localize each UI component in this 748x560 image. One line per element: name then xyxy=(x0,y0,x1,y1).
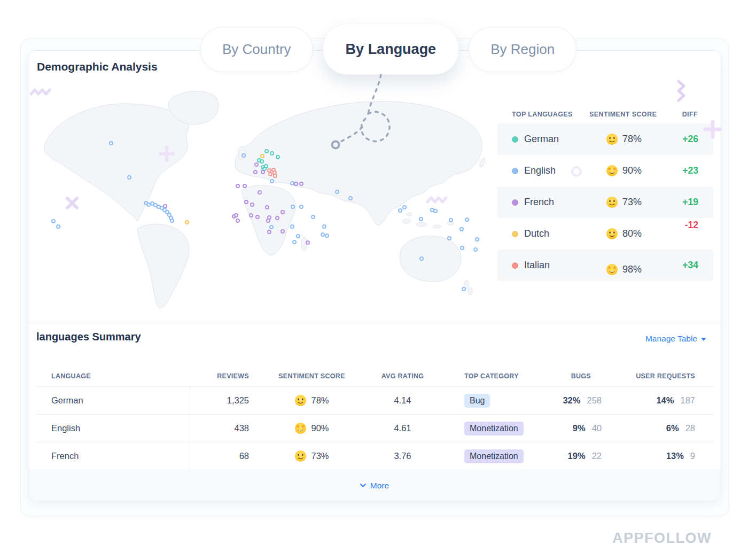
slightly-smiling-emoji-icon xyxy=(294,450,307,462)
map-marker-teal xyxy=(260,159,264,164)
map-marker-purple xyxy=(266,219,270,223)
cell-user-requests: 13%9 xyxy=(607,451,713,461)
tab-by-region[interactable]: By Region xyxy=(469,27,576,72)
map-marker-purple xyxy=(243,184,247,188)
map-marker-blue xyxy=(419,217,423,221)
col-sentiment-score: SENTIMENT SCORE xyxy=(589,111,675,118)
sentiment-score: 80% xyxy=(606,228,676,240)
map-marker-blue xyxy=(402,205,407,209)
map-marker-blue xyxy=(419,256,424,261)
more-button[interactable]: More xyxy=(360,481,389,491)
map-marker-blue xyxy=(460,246,464,250)
language-label: English xyxy=(497,165,606,176)
map-marker-blue xyxy=(321,232,325,237)
map-marker-blue xyxy=(291,205,295,209)
map-marker-teal xyxy=(276,155,280,159)
map-marker-red xyxy=(268,172,272,176)
map-marker-purple xyxy=(306,240,310,245)
cell-sentiment: 90% xyxy=(249,422,353,434)
slightly-smiling-emoji-icon xyxy=(606,196,618,208)
summary-col-sentiment-score: SENTIMENT SCORE xyxy=(249,372,353,380)
language-color-dot xyxy=(512,136,518,143)
map-marker-purple xyxy=(236,219,240,223)
col-top-languages: TOP LANGUAGES xyxy=(497,111,589,118)
category-badge: Monetization xyxy=(464,449,524,463)
map-marker-blue xyxy=(325,234,329,238)
map-marker-teal xyxy=(270,151,274,155)
cell-reviews: 68 xyxy=(190,451,249,461)
slightly-smiling-emoji-icon xyxy=(606,133,618,145)
cell-avg-rating: 3.76 xyxy=(353,451,431,461)
map-marker-purple xyxy=(236,184,240,188)
chevron-down-icon xyxy=(360,484,366,487)
map-marker-blue xyxy=(459,227,464,231)
map-marker-blue xyxy=(292,240,297,244)
cell-bugs: 19%22 xyxy=(529,451,607,461)
summary-col-reviews: REVIEWS xyxy=(190,372,249,380)
map-marker-blue xyxy=(269,225,274,229)
summary-title: languages Summary xyxy=(36,331,141,343)
summary-col-bugs: BUGS xyxy=(529,372,607,380)
cell-avg-rating: 4.14 xyxy=(353,395,431,406)
languages-summary-table: LANGUAGEREVIEWSSENTIMENT SCOREAVG RATING… xyxy=(36,369,713,470)
map-marker-blue xyxy=(348,196,353,200)
cell-top-category: Monetization xyxy=(431,449,529,463)
world-map-graphic xyxy=(33,83,492,318)
diff-value: -12 xyxy=(676,220,713,231)
top-languages-table: TOP LANGUAGES SENTIMENT SCORE DIFF Germa… xyxy=(497,111,713,281)
map-marker-purple xyxy=(250,203,254,207)
map-marker-blue xyxy=(299,205,303,209)
map-marker-blue xyxy=(465,217,469,222)
map-marker-purple xyxy=(267,230,271,234)
tab-by-language[interactable]: By Language xyxy=(323,24,459,75)
diff-value: +23 xyxy=(676,165,713,176)
chevron-down-icon xyxy=(701,338,706,341)
sentiment-score: 90% xyxy=(606,165,676,177)
star-struck-emoji-icon xyxy=(294,422,307,434)
map-marker-blue xyxy=(290,224,294,229)
sentiment-score: 98% xyxy=(606,263,676,276)
map-marker-blue xyxy=(433,209,438,213)
top-language-row-italian: Italian98%+34 xyxy=(497,250,713,281)
map-marker-red xyxy=(273,174,277,178)
summary-row-german: German1,32578%4.14Bug32%25814%187 xyxy=(36,386,713,414)
cell-avg-rating: 4.61 xyxy=(353,423,431,433)
map-marker-purple xyxy=(258,190,262,195)
map-marker-blue xyxy=(296,234,300,238)
appfollow-logo: APPFOLLOW xyxy=(612,530,712,547)
map-marker-blue xyxy=(475,237,479,242)
map-marker-blue xyxy=(109,141,113,145)
map-marker-blue xyxy=(270,179,274,183)
map-marker-blue xyxy=(170,219,174,223)
sentiment-score: 78% xyxy=(606,133,676,145)
map-marker-blue xyxy=(241,153,246,158)
analytics-panel: Demographic Analysis xyxy=(20,38,729,516)
table-footer: More xyxy=(28,470,721,501)
language-label: German xyxy=(497,134,606,145)
tab-by-country[interactable]: By Country xyxy=(200,27,313,72)
language-color-dot xyxy=(512,199,518,206)
map-marker-teal xyxy=(264,149,269,153)
cell-user-requests: 6%28 xyxy=(607,423,713,433)
world-map xyxy=(33,83,492,318)
cell-language: French xyxy=(36,442,190,470)
map-marker-purple xyxy=(280,229,285,234)
map-marker-blue xyxy=(398,208,402,213)
summary-col-language: LANGUAGE xyxy=(36,372,190,380)
cell-reviews: 1,325 xyxy=(190,395,249,406)
star-struck-emoji-icon xyxy=(606,263,618,276)
summary-col-top-category: TOP CATEGORY xyxy=(431,372,529,380)
slightly-smiling-emoji-icon xyxy=(294,394,307,407)
cell-sentiment: 78% xyxy=(249,394,353,407)
map-marker-purple xyxy=(294,182,298,186)
col-diff: DIFF xyxy=(675,111,713,118)
top-languages-header: TOP LANGUAGES SENTIMENT SCORE DIFF xyxy=(497,111,713,123)
map-marker-blue xyxy=(447,236,451,240)
top-language-row-english: English90%+23 xyxy=(497,155,713,186)
section-divider xyxy=(28,322,721,322)
map-marker-blue xyxy=(335,190,339,194)
map-marker-purple xyxy=(253,170,258,174)
cell-language: German xyxy=(36,387,190,414)
diff-value: +19 xyxy=(676,197,713,208)
manage-table-button[interactable]: Manage Table xyxy=(645,334,706,344)
